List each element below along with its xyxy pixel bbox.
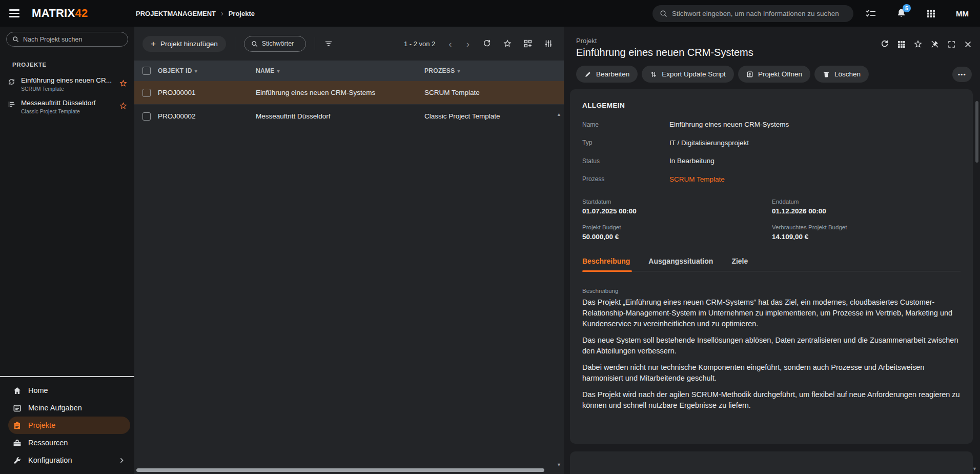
card-view-add-icon[interactable] [524,40,532,48]
date-budget-grid: Startdatum 01.07.2025 00:00 Enddatum 01.… [582,199,961,241]
horizontal-scrollbar[interactable] [136,468,544,472]
next-page-icon[interactable]: › [465,39,471,49]
project-search[interactable] [6,32,128,47]
favorite-star-icon[interactable] [914,40,922,48]
fullscreen-icon[interactable] [948,41,955,48]
field-value: In Bearbeitung [669,157,714,165]
view-settings-sliders-icon[interactable] [544,40,553,48]
app-logo[interactable]: MATRIX42 [32,7,88,20]
field-enddatum: Enddatum 01.12.2026 00:00 [772,199,961,215]
project-list-item[interactable]: Einführung eines neuen CR... SCRUM Templ… [0,73,134,95]
scroll-down-arrow[interactable]: ▼ [557,462,561,467]
unpin-icon[interactable] [931,40,939,48]
field-value: 50.000,00 € [582,233,772,241]
field-value: IT / Digitalisierungsprojekt [669,139,749,147]
delete-button[interactable]: Löschen [814,66,869,83]
task-checklist-icon[interactable] [866,9,876,18]
app-grid-icon[interactable] [927,9,935,18]
edit-button[interactable]: Bearbeiten [576,66,638,83]
description-paragraph: Das neue System soll bestehende Insellös… [582,335,961,357]
sidebar-item-projekte[interactable]: Projekte [8,417,130,434]
process-template-link[interactable]: SCRUM Template [669,175,725,183]
refresh-icon[interactable] [881,40,889,48]
grid-view-icon[interactable] [897,41,905,48]
project-search-input[interactable] [23,36,122,43]
sidebar-item-ressourcen[interactable]: Ressourcen [8,434,130,451]
bottom-nav: Home Meine Aufgaben Projekte [0,377,134,474]
trash-icon [823,71,830,78]
field-label: Projekt Budget [582,224,772,230]
project-list: Einführung eines neuen CR... SCRUM Templ… [0,73,134,118]
project-list-pane: + Projekt hinzufügen 1 - 2 von 2 ‹ [134,27,564,474]
notifications-bell-icon[interactable]: 5 [896,8,906,18]
delete-button-label: Löschen [834,70,861,78]
breadcrumb-separator-icon: › [221,9,223,17]
breadcrumb-page[interactable]: Projekte [229,10,255,17]
table-header-row: OBJEKT ID▾ NAME▾ PROZESS▾ [134,61,564,81]
add-project-label: Projekt hinzufügen [160,40,218,48]
table-row[interactable]: PROJ00001 Einführung eines neuen CRM-Sys… [134,81,564,105]
tab-ausgangssituation[interactable]: Ausgangssituation [643,257,726,271]
open-project-button[interactable]: Projekt Öffnen [738,66,810,83]
tab-beschreibung[interactable]: Beschreibung [582,257,643,271]
global-search[interactable] [652,5,853,22]
hamburger-menu-icon[interactable] [9,7,22,19]
sidebar-item-home[interactable]: Home [8,382,130,399]
sidebar-item-label: Home [28,386,48,394]
list-toolbar-right: 1 - 2 von 2 ‹ › [404,39,558,49]
more-actions-button[interactable]: ••• [952,67,972,82]
keyword-search-input[interactable] [262,40,299,47]
user-avatar[interactable]: MM [956,9,969,18]
row-checkbox[interactable] [142,112,151,121]
detail-header-icons [881,40,972,48]
column-header-prozess[interactable]: PROZESS▾ [424,67,564,74]
add-project-button[interactable]: + Projekt hinzufügen [142,36,226,52]
detail-header: Projekt Einführung eines neuen CRM-Syste… [564,27,980,58]
sidebar-item-konfiguration[interactable]: Konfiguration [8,451,130,469]
sidebar-item-label: Ressourcen [28,439,68,447]
project-list-item[interactable]: Messeauftritt Düsseldorf Classic Project… [0,95,134,118]
field-startdatum: Startdatum 01.07.2025 00:00 [582,199,772,215]
sidebar-item-meine-aufgaben[interactable]: Meine Aufgaben [8,399,130,417]
row-checkbox-cell [134,89,158,97]
close-icon[interactable] [964,41,972,48]
previous-page-icon[interactable]: ‹ [447,39,453,49]
cell-prozess: SCRUM Template [424,89,564,96]
field-value: 01.12.2026 00:00 [772,207,961,215]
scroll-down-arrow[interactable]: ▼ [972,466,977,471]
breadcrumb-section[interactable]: PROJEKTMANAGEMENT [136,10,216,17]
field-label: Verbrauchtes Projekt Budget [772,224,961,230]
filter-icon[interactable] [324,40,333,48]
favorites-star-icon[interactable] [503,40,512,48]
field-value: Einführung eines neuen CRM-Systems [669,121,789,128]
edit-button-label: Bearbeiten [596,70,629,78]
select-all-checkbox[interactable] [142,67,151,75]
gantt-icon [8,101,15,108]
column-header-name[interactable]: NAME▾ [256,67,424,74]
refresh-icon[interactable] [483,40,491,48]
field-list: Name Einführung eines neuen CRM-Systems … [582,115,961,188]
tab-ziele[interactable]: Ziele [726,257,761,271]
row-checkbox[interactable] [142,89,151,97]
cell-objekt-id: PROJ00001 [158,89,256,96]
sort-chevron-icon: ▾ [457,68,460,74]
project-item-texts: Messeauftritt Düsseldorf Classic Project… [21,99,119,114]
select-all-cell [134,67,158,75]
page-title: Einführung eines neuen CRM-Systems [576,47,968,58]
detail-scrollbar[interactable] [975,101,978,163]
detail-scroll-area: ALLGEMEIN Name Einführung eines neuen CR… [564,89,980,474]
export-update-script-button[interactable]: Export Update Script [642,66,734,83]
field-label: Status [582,157,669,165]
up-down-arrows-icon [650,71,657,78]
toolbar-divider [235,37,235,50]
favorite-star-icon[interactable] [119,80,127,87]
keyword-search[interactable] [244,36,306,52]
global-search-input[interactable] [672,10,846,17]
scroll-up-arrow[interactable]: ▲ [557,112,561,117]
table-row[interactable]: PROJ00002 Messeauftritt Düsseldorf Class… [134,105,564,128]
column-header-objekt-id[interactable]: OBJEKT ID▾ [158,67,256,74]
tasks-icon [13,404,22,412]
favorite-star-icon[interactable] [119,102,127,110]
sidebar-section-title: PROJEKTE [12,62,134,68]
project-item-title: Einführung eines neuen CR... [21,76,119,84]
